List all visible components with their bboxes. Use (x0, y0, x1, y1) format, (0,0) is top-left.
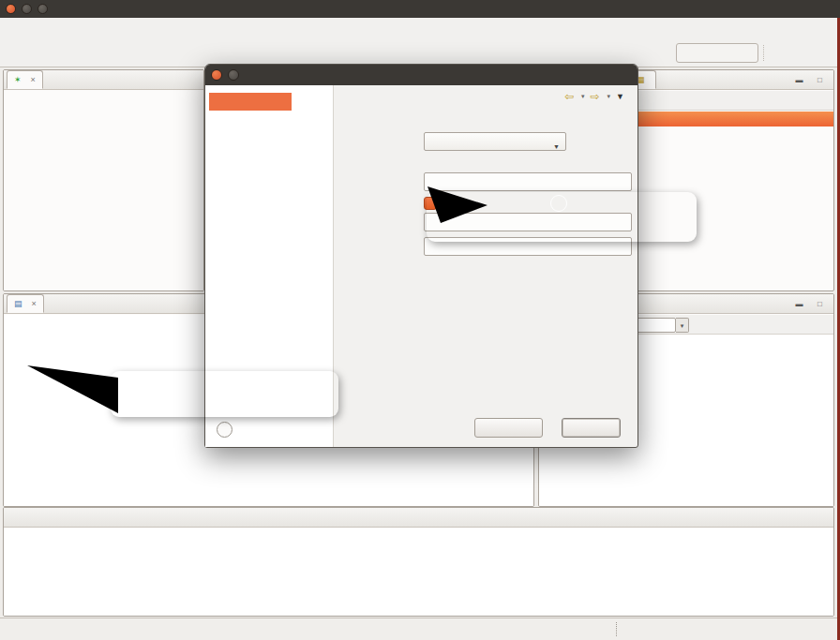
main-toolbar (0, 18, 840, 67)
debug-tree (4, 91, 203, 290)
forward-icon[interactable]: ⇨ (591, 90, 600, 103)
dialog-nav: ⇦ ▾ ⇨ ▾ ▼ (564, 90, 624, 103)
help-button[interactable] (217, 422, 232, 438)
window-close-icon[interactable] (6, 4, 16, 14)
status-bar (0, 618, 840, 640)
close-icon[interactable]: × (31, 75, 36, 84)
callout-2 (427, 192, 697, 242)
console-description (4, 528, 833, 530)
maximize-view-icon[interactable]: □ (812, 73, 828, 86)
minimize-view-icon[interactable]: ▬ (791, 73, 807, 86)
close-icon[interactable]: × (32, 299, 37, 308)
callout-2-line1 (427, 195, 697, 215)
callout-1-number (214, 374, 231, 391)
console-tabs (4, 508, 833, 528)
callout-2-number (550, 195, 567, 212)
eclipse-window: ✶ × ▦ ▬ □ ▤ × (0, 0, 840, 640)
view-menu-icon[interactable]: ▼ (616, 92, 624, 101)
back-icon[interactable]: ⇦ (564, 90, 574, 103)
type-select[interactable]: ▼ (424, 132, 566, 151)
dialog-close-icon[interactable] (211, 69, 222, 81)
combo-dropdown-icon[interactable]: ▾ (676, 318, 689, 333)
line-number-input[interactable] (424, 172, 632, 191)
tab-debug[interactable]: ✶ × (7, 70, 43, 89)
callout-1 (111, 371, 338, 417)
maximize-view-icon[interactable]: □ (812, 297, 828, 310)
debug-view: ✶ × (3, 69, 204, 291)
c-file-icon: ▤ (14, 299, 22, 308)
quick-access-button[interactable] (676, 43, 758, 63)
sidebar-item-common[interactable] (209, 93, 292, 111)
console-content[interactable] (4, 528, 833, 616)
tab-blink-c[interactable]: ▤ × (7, 294, 44, 313)
window-maximize-icon[interactable] (38, 4, 48, 14)
back-dropdown-icon[interactable]: ▾ (581, 93, 585, 100)
dialog-titlebar (205, 65, 638, 85)
titlebar (0, 0, 840, 18)
window-minimize-icon[interactable] (22, 4, 32, 14)
status-separator (616, 622, 617, 636)
minimize-view-icon[interactable]: ▬ (791, 297, 807, 310)
toolbar-separator (763, 45, 764, 61)
forward-dropdown-icon[interactable]: ▾ (608, 93, 611, 100)
debug-view-tabs: ✶ × (4, 70, 203, 90)
debug-tab-icon: ✶ (14, 75, 22, 84)
callout-1-line1 (111, 374, 338, 394)
console-view (3, 507, 834, 617)
cancel-button[interactable] (474, 418, 543, 438)
dialog-minimize-icon[interactable] (228, 69, 239, 81)
chevron-down-icon: ▼ (553, 139, 560, 156)
ok-button[interactable] (562, 418, 621, 438)
